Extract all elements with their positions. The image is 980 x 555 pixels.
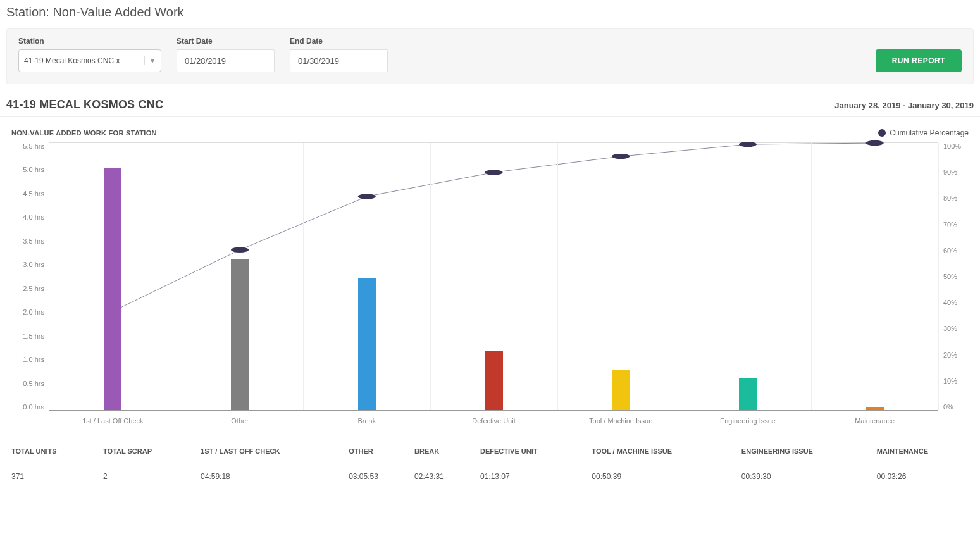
- table-cell: 04:59:18: [195, 463, 344, 490]
- y-left-tick: 5.5 hrs: [11, 142, 44, 150]
- y-left-tick: 3.5 hrs: [11, 237, 44, 245]
- y-right-tick: 20%: [943, 351, 969, 359]
- y-left-tick: 4.5 hrs: [11, 190, 44, 197]
- y-left-tick: 4.0 hrs: [11, 213, 44, 221]
- summary-table: TOTAL UNITSTOTAL SCRAP1ST / LAST OFF CHE…: [6, 440, 974, 490]
- y-axis-right: 100%90%80%70%60%50%40%30%20%10%0%: [943, 142, 969, 421]
- bar: [612, 370, 630, 410]
- table-cell: 00:50:39: [586, 463, 736, 490]
- y-right-tick: 100%: [943, 142, 969, 150]
- section-date-range: January 28, 2019 - January 30, 2019: [834, 101, 974, 110]
- grid-line: [557, 143, 558, 410]
- bar: [358, 278, 376, 410]
- grid-line: [177, 143, 177, 410]
- y-left-tick: 1.0 hrs: [11, 356, 44, 363]
- table-header: DEFECTIVE UNIT: [475, 440, 586, 463]
- start-date-input[interactable]: [177, 49, 275, 72]
- x-tick-label: Maintenance: [855, 417, 895, 425]
- bar: [866, 407, 884, 410]
- table-header-row: TOTAL UNITSTOTAL SCRAP1ST / LAST OFF CHE…: [6, 440, 974, 463]
- line-point: [231, 247, 249, 253]
- table-cell: 00:39:30: [736, 463, 872, 490]
- y-right-tick: 90%: [943, 168, 969, 176]
- end-date-filter: End Date: [290, 37, 388, 72]
- table-header: MAINTENANCE: [872, 440, 974, 463]
- y-right-tick: 80%: [943, 194, 969, 202]
- y-left-tick: 3.0 hrs: [11, 261, 44, 268]
- section-header: 41-19 MECAL KOSMOS CNC January 28, 2019 …: [0, 84, 980, 117]
- station-select[interactable]: 41-19 Mecal Kosmos CNC x ▼: [18, 49, 161, 72]
- x-tick-label: Break: [357, 417, 376, 425]
- table-header: TOOL / MACHINE ISSUE: [586, 440, 736, 463]
- x-axis-labels: 1st / Last Off CheckOtherBreakDefective …: [49, 413, 938, 425]
- grid-line: [811, 143, 812, 410]
- grid-line: [938, 143, 939, 410]
- chevron-down-icon: ▼: [144, 56, 156, 65]
- y-right-tick: 10%: [943, 377, 969, 385]
- line-point: [739, 142, 757, 147]
- y-left-tick: 0.0 hrs: [11, 403, 44, 411]
- table-cell: 2: [98, 463, 195, 490]
- grid-line: [303, 143, 304, 410]
- x-tick-label: Other: [231, 417, 249, 425]
- y-right-tick: 30%: [943, 325, 969, 332]
- y-right-tick: 50%: [943, 273, 969, 280]
- filter-bar: Station 41-19 Mecal Kosmos CNC x ▼ Start…: [6, 28, 974, 84]
- y-left-tick: 1.5 hrs: [11, 332, 44, 340]
- x-tick-label: 1st / Last Off Check: [82, 417, 143, 425]
- x-tick-label: Tool / Machine Issue: [589, 417, 652, 425]
- y-right-tick: 70%: [943, 221, 969, 228]
- cumulative-path: [113, 143, 874, 311]
- table-header: ENGINEERING ISSUE: [736, 440, 872, 463]
- start-date-filter: Start Date: [177, 37, 275, 72]
- y-left-tick: 2.5 hrs: [11, 285, 44, 292]
- grid-line: [685, 143, 685, 410]
- y-right-tick: 40%: [943, 299, 969, 306]
- bar: [485, 351, 503, 410]
- page-title: Station: Non-Value Added Work: [0, 0, 980, 28]
- line-point: [612, 154, 630, 159]
- run-report-button[interactable]: RUN REPORT: [876, 49, 962, 72]
- end-date-label: End Date: [290, 37, 388, 46]
- end-date-input[interactable]: [290, 49, 388, 72]
- y-left-tick: 2.0 hrs: [11, 308, 44, 316]
- table-cell: 00:03:26: [872, 463, 974, 490]
- chart-area: 5.5 hrs5.0 hrs4.5 hrs4.0 hrs3.5 hrs3.0 h…: [11, 142, 969, 421]
- table-cell: 01:13:07: [475, 463, 586, 490]
- table-header: OTHER: [344, 440, 409, 463]
- chart-legend: Cumulative Percentage: [878, 128, 969, 137]
- station-filter: Station 41-19 Mecal Kosmos CNC x ▼: [18, 37, 161, 72]
- legend-label: Cumulative Percentage: [890, 128, 969, 137]
- table-cell: 03:05:53: [344, 463, 409, 490]
- y-left-tick: 5.0 hrs: [11, 166, 44, 173]
- line-point: [866, 140, 884, 146]
- bar: [231, 259, 249, 410]
- chart-container: NON-VALUE ADDED WORK FOR STATION Cumulat…: [0, 117, 980, 421]
- y-axis-left: 5.5 hrs5.0 hrs4.5 hrs4.0 hrs3.5 hrs3.0 h…: [11, 142, 44, 421]
- table-header: 1ST / LAST OFF CHECK: [195, 440, 344, 463]
- station-label: Station: [18, 37, 161, 46]
- section-title: 41-19 MECAL KOSMOS CNC: [6, 98, 163, 111]
- table-header: TOTAL SCRAP: [98, 440, 195, 463]
- y-right-tick: 0%: [943, 403, 969, 411]
- legend-marker-icon: [878, 129, 886, 137]
- x-tick-label: Defective Unit: [472, 417, 515, 425]
- grid-line: [430, 143, 431, 410]
- table-cell: 371: [6, 463, 98, 490]
- start-date-label: Start Date: [177, 37, 275, 46]
- y-right-tick: 60%: [943, 247, 969, 254]
- line-point: [485, 170, 502, 175]
- station-selected-value: 41-19 Mecal Kosmos CNC x: [24, 56, 120, 65]
- plot-area: [49, 142, 938, 411]
- table-header: TOTAL UNITS: [6, 440, 98, 463]
- x-tick-label: Engineering Issue: [720, 417, 776, 425]
- y-left-tick: 0.5 hrs: [11, 380, 44, 387]
- bar: [739, 378, 757, 410]
- chart-subtitle: NON-VALUE ADDED WORK FOR STATION: [11, 129, 157, 137]
- bar: [104, 168, 121, 410]
- table-cell: 02:43:31: [409, 463, 475, 490]
- table-row: 371204:59:1803:05:5302:43:3101:13:0700:5…: [6, 463, 974, 490]
- table-header: BREAK: [409, 440, 475, 463]
- line-point: [358, 194, 376, 199]
